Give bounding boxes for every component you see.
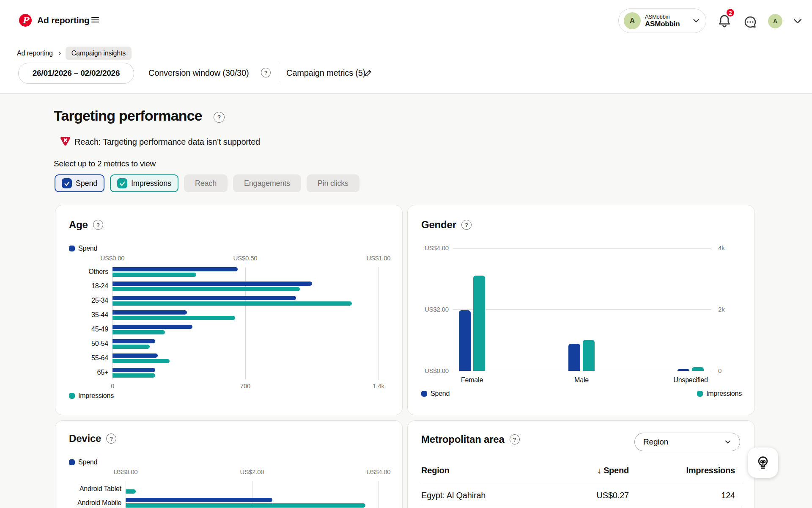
axis-tick-label: US$0.00 xyxy=(114,468,138,476)
page: P Ad reporting A ASMobbin ASMobbin 2 A xyxy=(0,0,812,508)
region-dropdown-value: Region xyxy=(643,437,668,447)
account-switcher[interactable]: A ASMobbin ASMobbin xyxy=(618,8,706,33)
spend-legend-swatch xyxy=(421,391,427,397)
table-row-divider xyxy=(421,507,742,507)
header-chevron-down-icon[interactable] xyxy=(792,16,804,26)
axis-tick-label: 700 xyxy=(240,382,250,390)
gender-plot: US$4.004kUS$2.002kUS$0.000FemaleMaleUnsp… xyxy=(408,205,755,415)
right-axis-label: 0 xyxy=(718,367,721,375)
column-header-spend[interactable]: ↓ Spend xyxy=(535,466,629,475)
cell-spend: US$0.27 xyxy=(535,491,629,500)
device-chart-card: Device ? Spend US$0.00US$2.00US$4.00Andr… xyxy=(55,420,403,508)
axis-tick-label: 1.4k xyxy=(373,382,384,390)
pencil-icon[interactable] xyxy=(364,68,373,77)
campaign-metrics-button[interactable]: Campaign metrics (5) xyxy=(286,68,365,78)
impressions-bar xyxy=(583,340,595,371)
breadcrumb-root[interactable]: Ad reporting xyxy=(17,50,53,57)
table-header-divider xyxy=(421,482,742,482)
warning-message: Reach: Targeting performance data isn’t … xyxy=(74,137,260,147)
category-label: 18-24 xyxy=(55,282,108,290)
app-title: Ad reporting xyxy=(37,15,90,25)
checkbox-checked xyxy=(117,178,127,188)
device-plot: US$0.00US$2.00US$4.00Android TabletAndro… xyxy=(55,421,403,508)
notifications-badge: 2 xyxy=(726,8,735,17)
impressions-bar xyxy=(112,373,155,378)
gender-impressions-legend: Impressions xyxy=(697,390,742,398)
column-header-impressions[interactable]: Impressions xyxy=(686,466,735,475)
spend-bar xyxy=(112,353,158,358)
business-name: ASMobbin xyxy=(645,14,691,20)
impressions-bar xyxy=(112,359,170,363)
content-area: Targeting performance ? Reach: Targeting… xyxy=(0,94,812,508)
spend-bar xyxy=(568,344,580,371)
impressions-bar xyxy=(112,330,165,334)
lightbulb-icon xyxy=(756,456,770,470)
impressions-bar xyxy=(473,276,485,371)
category-label: 45-49 xyxy=(55,325,108,334)
axis-tick-label: US$4.00 xyxy=(367,468,391,476)
account-avatar: A xyxy=(624,12,641,29)
check-icon xyxy=(119,180,126,187)
chat-icon xyxy=(743,15,757,29)
hamburger-icon[interactable] xyxy=(91,17,99,23)
checkbox-checked xyxy=(62,178,72,188)
spend-bar xyxy=(459,310,471,371)
messages-button[interactable] xyxy=(743,15,757,29)
pinterest-logo-icon[interactable]: P xyxy=(19,14,32,27)
top-axis: US$0.00US$0.50US$1.00 xyxy=(55,254,391,262)
account-names: ASMobbin ASMobbin xyxy=(645,14,691,28)
gender-chart-card: Gender ? US$4.004kUS$2.002kUS$0.000Femal… xyxy=(407,205,755,415)
category-label: Android Mobile xyxy=(55,499,121,507)
axis-tick-label: US$2.00 xyxy=(240,468,264,476)
top-header: P Ad reporting A ASMobbin ASMobbin 2 A xyxy=(0,0,812,42)
page-title: Targeting performance xyxy=(54,108,202,124)
bottom-axis: 07001.4k xyxy=(55,382,403,390)
cell-region: Egypt: Al Qahirah xyxy=(421,491,486,500)
gridline xyxy=(453,309,711,310)
category-label: 25-34 xyxy=(55,296,108,305)
question-icon[interactable]: ? xyxy=(261,68,271,77)
category-label: 50-54 xyxy=(55,340,108,348)
breadcrumb-current-chip: Campaign insights xyxy=(66,47,132,60)
chevron-right-icon xyxy=(57,51,62,56)
filter-divider xyxy=(278,64,278,84)
impressions-bar xyxy=(112,301,352,306)
profile-avatar[interactable]: A xyxy=(768,14,782,28)
spend-bar xyxy=(112,310,187,315)
impressions-legend-swatch xyxy=(697,391,703,397)
metropolitan-area-card: Metropolitan area ? Region Region ↓ Spen… xyxy=(407,420,755,508)
spend-legend-label: Spend xyxy=(431,390,450,398)
age-impressions-legend: Impressions xyxy=(69,392,114,400)
impressions-bar xyxy=(112,273,196,277)
column-header-region[interactable]: Region xyxy=(421,466,450,475)
axis-tick-label: US$0.00 xyxy=(101,254,125,262)
question-icon[interactable]: ? xyxy=(510,434,520,444)
left-axis-label: US$0.00 xyxy=(408,367,449,375)
gridline xyxy=(379,481,379,508)
impressions-legend-label: Impressions xyxy=(706,390,742,398)
metro-title-text: Metropolitan area xyxy=(421,433,505,445)
impressions-bar xyxy=(112,287,300,291)
date-range-picker[interactable]: 26/01/2026 – 02/02/2026 xyxy=(18,63,134,84)
notifications-button[interactable]: 2 xyxy=(718,14,733,29)
gridline xyxy=(453,371,711,371)
ideas-fab-button[interactable] xyxy=(748,447,778,478)
gridline xyxy=(453,248,711,248)
metric-chip-impressions[interactable]: Impressions xyxy=(110,174,178,192)
metric-chip-spend[interactable]: Spend xyxy=(55,174,104,192)
question-icon[interactable]: ? xyxy=(214,112,225,123)
right-axis-label: 2k xyxy=(718,305,724,314)
spend-bar xyxy=(126,498,272,502)
spend-bar xyxy=(112,325,192,329)
right-axis-label: 4k xyxy=(718,244,724,252)
gridline xyxy=(379,267,379,380)
category-label: Android Tablet xyxy=(55,485,121,493)
impressions-bar xyxy=(112,345,150,349)
spend-bar xyxy=(678,369,689,371)
left-axis-label: US$2.00 xyxy=(408,305,449,314)
impressions-bar xyxy=(112,316,235,320)
category-label: Female xyxy=(461,376,483,384)
region-dropdown[interactable]: Region xyxy=(634,433,740,451)
gender-spend-legend: Spend xyxy=(421,390,450,398)
error-icon xyxy=(60,136,71,147)
